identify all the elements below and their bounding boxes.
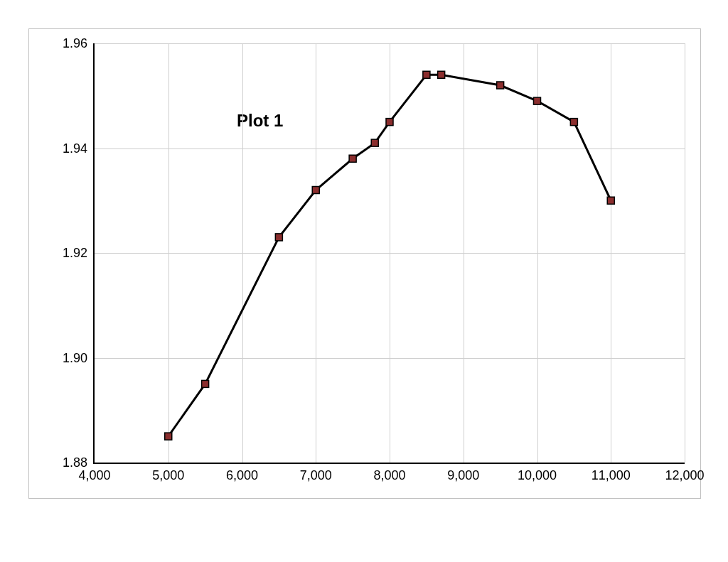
x-tick-label: 12,000	[665, 463, 704, 483]
x-tick-label: 11,000	[592, 463, 631, 483]
x-tick-label: 6,000	[226, 463, 258, 483]
y-tick-label: 1.90	[63, 350, 95, 365]
x-tick-label: 10,000	[518, 463, 557, 483]
y-tick-label: 1.96	[63, 36, 95, 51]
y-tick-label: 1.88	[63, 455, 95, 470]
data-point-marker	[570, 119, 577, 126]
x-tick-label: 9,000	[447, 463, 479, 483]
data-point-marker	[275, 234, 282, 241]
data-point-marker	[534, 97, 541, 104]
chart-series	[95, 43, 685, 463]
gridline-vertical	[685, 43, 685, 463]
x-tick-label: 8,000	[373, 463, 405, 483]
data-point-marker	[386, 119, 393, 126]
page: Plot 1 4,0005,0006,0007,0008,0009,00010,…	[0, 0, 728, 562]
data-point-marker	[312, 187, 319, 194]
y-tick-label: 1.94	[63, 141, 95, 156]
data-point-marker	[423, 71, 430, 78]
data-point-marker	[165, 433, 172, 440]
data-point-marker	[607, 197, 614, 204]
x-tick-label: 7,000	[300, 463, 332, 483]
data-point-marker	[202, 380, 209, 387]
y-tick-label: 1.92	[63, 246, 95, 261]
data-point-marker	[497, 82, 504, 89]
data-point-marker	[349, 155, 356, 162]
plot-area: Plot 1 4,0005,0006,0007,0008,0009,00010,…	[93, 43, 685, 464]
series-line	[168, 75, 611, 436]
data-point-marker	[438, 71, 445, 78]
chart-frame: Plot 1 4,0005,0006,0007,0008,0009,00010,…	[28, 28, 701, 499]
data-point-marker	[371, 139, 378, 146]
x-tick-label: 5,000	[152, 463, 184, 483]
